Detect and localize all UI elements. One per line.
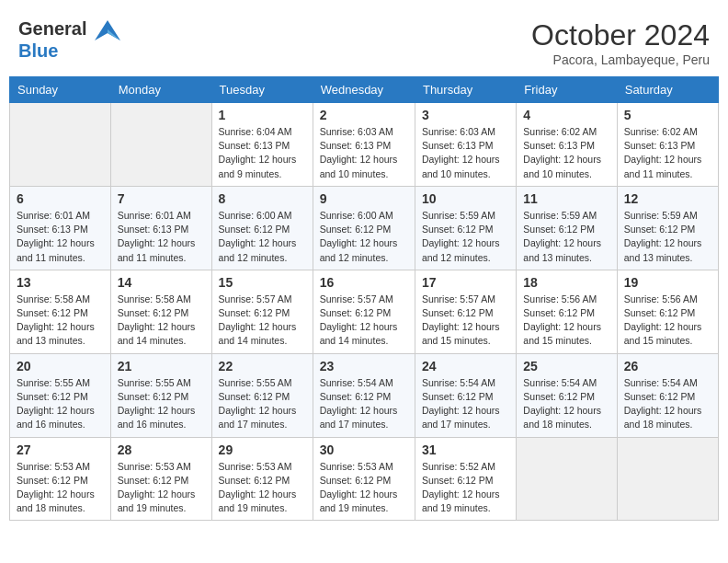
day-number: 2 — [320, 108, 408, 122]
day-number: 1 — [219, 108, 306, 122]
calendar-cell: 15Sunrise: 5:57 AM Sunset: 6:12 PM Dayli… — [211, 270, 313, 353]
day-number: 18 — [523, 275, 609, 290]
calendar-cell: 31Sunrise: 5:52 AM Sunset: 6:12 PM Dayli… — [415, 437, 516, 521]
calendar-cell — [617, 437, 718, 521]
day-info: Sunrise: 6:02 AM Sunset: 6:13 PM Dayligh… — [523, 125, 609, 181]
calendar-cell: 21Sunrise: 5:55 AM Sunset: 6:12 PM Dayli… — [110, 353, 211, 437]
calendar-week-row: 6Sunrise: 6:01 AM Sunset: 6:13 PM Daylig… — [10, 186, 719, 270]
logo-bird-icon — [95, 20, 120, 40]
calendar-week-row: 1Sunrise: 6:04 AM Sunset: 6:13 PM Daylig… — [10, 103, 719, 187]
day-info: Sunrise: 6:03 AM Sunset: 6:13 PM Dayligh… — [320, 125, 408, 181]
day-info: Sunrise: 6:02 AM Sunset: 6:13 PM Dayligh… — [624, 125, 711, 181]
day-number: 17 — [422, 275, 509, 290]
day-number: 15 — [219, 275, 306, 290]
day-number: 13 — [17, 275, 104, 290]
calendar-week-row: 13Sunrise: 5:58 AM Sunset: 6:12 PM Dayli… — [10, 270, 719, 353]
calendar-cell: 20Sunrise: 5:55 AM Sunset: 6:12 PM Dayli… — [10, 353, 111, 437]
weekday-header-sunday: Sunday — [10, 77, 111, 103]
calendar-cell: 22Sunrise: 5:55 AM Sunset: 6:12 PM Dayli… — [211, 353, 313, 437]
calendar-cell: 23Sunrise: 5:54 AM Sunset: 6:12 PM Dayli… — [313, 353, 415, 437]
day-number: 28 — [118, 442, 205, 457]
day-info: Sunrise: 6:03 AM Sunset: 6:13 PM Dayligh… — [422, 125, 509, 181]
calendar-cell: 19Sunrise: 5:56 AM Sunset: 6:12 PM Dayli… — [617, 270, 718, 353]
page-header: General Blue October 2024 Pacora, Lambay… — [9, 9, 719, 72]
calendar-cell: 30Sunrise: 5:53 AM Sunset: 6:12 PM Dayli… — [313, 437, 415, 521]
day-info: Sunrise: 5:54 AM Sunset: 6:12 PM Dayligh… — [422, 376, 509, 432]
day-info: Sunrise: 6:01 AM Sunset: 6:13 PM Dayligh… — [118, 209, 205, 265]
day-number: 30 — [320, 442, 408, 457]
weekday-header-tuesday: Tuesday — [211, 77, 313, 103]
day-number: 8 — [219, 191, 306, 206]
calendar-body: 1Sunrise: 6:04 AM Sunset: 6:13 PM Daylig… — [10, 103, 719, 521]
logo-line2: Blue — [18, 40, 120, 62]
day-info: Sunrise: 5:53 AM Sunset: 6:12 PM Dayligh… — [320, 460, 408, 516]
day-info: Sunrise: 6:00 AM Sunset: 6:12 PM Dayligh… — [320, 209, 408, 265]
calendar-cell: 29Sunrise: 5:53 AM Sunset: 6:12 PM Dayli… — [211, 437, 313, 521]
day-info: Sunrise: 5:53 AM Sunset: 6:12 PM Dayligh… — [17, 460, 104, 516]
location-subtitle: Pacora, Lambayeque, Peru — [531, 52, 710, 67]
day-info: Sunrise: 5:59 AM Sunset: 6:12 PM Dayligh… — [624, 209, 711, 265]
calendar-header-row: SundayMondayTuesdayWednesdayThursdayFrid… — [10, 77, 719, 103]
day-number: 26 — [624, 359, 711, 373]
logo-line1: General — [18, 18, 120, 40]
day-number: 25 — [523, 359, 609, 373]
calendar-cell: 3Sunrise: 6:03 AM Sunset: 6:13 PM Daylig… — [415, 103, 516, 187]
day-number: 19 — [624, 275, 711, 290]
day-info: Sunrise: 5:54 AM Sunset: 6:12 PM Dayligh… — [624, 376, 711, 432]
day-number: 3 — [422, 108, 509, 122]
calendar-cell: 26Sunrise: 5:54 AM Sunset: 6:12 PM Dayli… — [617, 353, 718, 437]
day-info: Sunrise: 5:54 AM Sunset: 6:12 PM Dayligh… — [523, 376, 609, 432]
calendar-cell: 28Sunrise: 5:53 AM Sunset: 6:12 PM Dayli… — [110, 437, 211, 521]
day-number: 11 — [523, 191, 609, 206]
weekday-header-thursday: Thursday — [415, 77, 516, 103]
day-info: Sunrise: 5:56 AM Sunset: 6:12 PM Dayligh… — [624, 293, 711, 349]
day-info: Sunrise: 5:57 AM Sunset: 6:12 PM Dayligh… — [219, 293, 306, 349]
weekday-header-saturday: Saturday — [617, 77, 718, 103]
day-number: 22 — [219, 359, 306, 373]
day-number: 7 — [118, 191, 205, 206]
day-info: Sunrise: 6:01 AM Sunset: 6:13 PM Dayligh… — [17, 209, 104, 265]
day-info: Sunrise: 5:55 AM Sunset: 6:12 PM Dayligh… — [118, 376, 205, 432]
day-info: Sunrise: 5:58 AM Sunset: 6:12 PM Dayligh… — [17, 293, 104, 349]
day-info: Sunrise: 5:59 AM Sunset: 6:12 PM Dayligh… — [422, 209, 509, 265]
calendar-week-row: 27Sunrise: 5:53 AM Sunset: 6:12 PM Dayli… — [10, 437, 719, 521]
day-number: 23 — [320, 359, 408, 373]
day-number: 24 — [422, 359, 509, 373]
calendar-cell: 4Sunrise: 6:02 AM Sunset: 6:13 PM Daylig… — [517, 103, 617, 187]
day-number: 31 — [422, 442, 509, 457]
calendar-cell: 27Sunrise: 5:53 AM Sunset: 6:12 PM Dayli… — [10, 437, 111, 521]
calendar-cell: 2Sunrise: 6:03 AM Sunset: 6:13 PM Daylig… — [313, 103, 415, 187]
logo: General Blue — [18, 18, 120, 62]
calendar-cell: 10Sunrise: 5:59 AM Sunset: 6:12 PM Dayli… — [415, 186, 516, 270]
day-info: Sunrise: 5:55 AM Sunset: 6:12 PM Dayligh… — [17, 376, 104, 432]
day-number: 10 — [422, 191, 509, 206]
calendar-table: SundayMondayTuesdayWednesdayThursdayFrid… — [9, 76, 719, 521]
day-info: Sunrise: 5:57 AM Sunset: 6:12 PM Dayligh… — [320, 293, 408, 349]
day-info: Sunrise: 5:59 AM Sunset: 6:12 PM Dayligh… — [523, 209, 609, 265]
weekday-header-monday: Monday — [110, 77, 211, 103]
calendar-cell: 6Sunrise: 6:01 AM Sunset: 6:13 PM Daylig… — [10, 186, 111, 270]
calendar-cell — [110, 103, 211, 187]
calendar-cell: 1Sunrise: 6:04 AM Sunset: 6:13 PM Daylig… — [211, 103, 313, 187]
calendar-cell: 16Sunrise: 5:57 AM Sunset: 6:12 PM Dayli… — [313, 270, 415, 353]
day-number: 16 — [320, 275, 408, 290]
day-info: Sunrise: 5:52 AM Sunset: 6:12 PM Dayligh… — [422, 460, 509, 516]
calendar-cell: 18Sunrise: 5:56 AM Sunset: 6:12 PM Dayli… — [517, 270, 617, 353]
calendar-cell — [10, 103, 111, 187]
month-title: October 2024 — [531, 18, 710, 52]
day-number: 14 — [118, 275, 205, 290]
calendar-cell: 12Sunrise: 5:59 AM Sunset: 6:12 PM Dayli… — [617, 186, 718, 270]
calendar-cell: 14Sunrise: 5:58 AM Sunset: 6:12 PM Dayli… — [110, 270, 211, 353]
calendar-cell — [517, 437, 617, 521]
calendar-cell: 11Sunrise: 5:59 AM Sunset: 6:12 PM Dayli… — [517, 186, 617, 270]
day-number: 12 — [624, 191, 711, 206]
title-block: October 2024 Pacora, Lambayeque, Peru — [531, 18, 710, 67]
day-number: 27 — [17, 442, 104, 457]
day-info: Sunrise: 5:58 AM Sunset: 6:12 PM Dayligh… — [118, 293, 205, 349]
day-number: 29 — [219, 442, 306, 457]
day-info: Sunrise: 5:55 AM Sunset: 6:12 PM Dayligh… — [219, 376, 306, 432]
calendar-cell: 17Sunrise: 5:57 AM Sunset: 6:12 PM Dayli… — [415, 270, 516, 353]
calendar-cell: 13Sunrise: 5:58 AM Sunset: 6:12 PM Dayli… — [10, 270, 111, 353]
day-info: Sunrise: 5:57 AM Sunset: 6:12 PM Dayligh… — [422, 293, 509, 349]
day-number: 5 — [624, 108, 711, 122]
